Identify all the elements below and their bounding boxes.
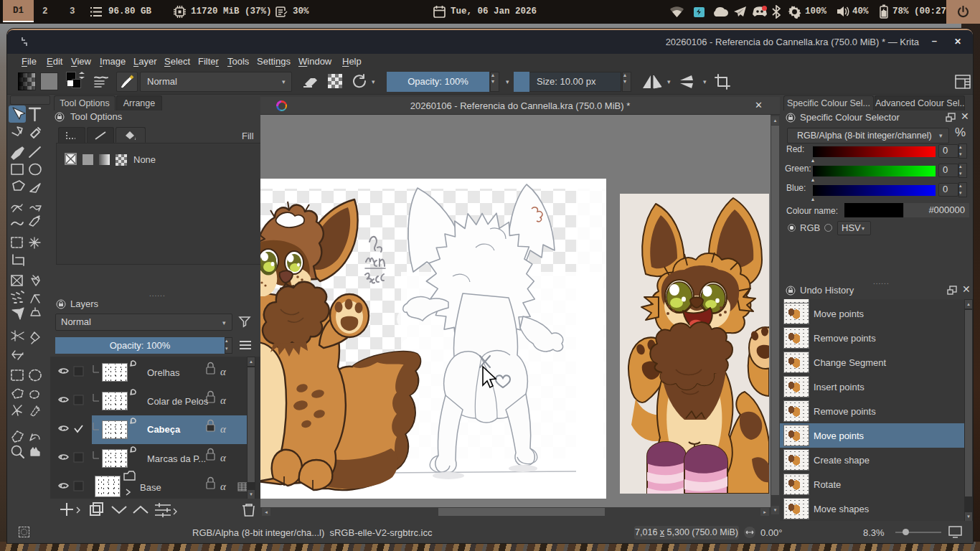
svg-text:α: α: [220, 423, 227, 435]
svg-text:α: α: [220, 452, 227, 463]
svg-text:α: α: [220, 481, 227, 492]
svg-text:α: α: [220, 395, 227, 406]
svg-text:α: α: [220, 366, 227, 377]
